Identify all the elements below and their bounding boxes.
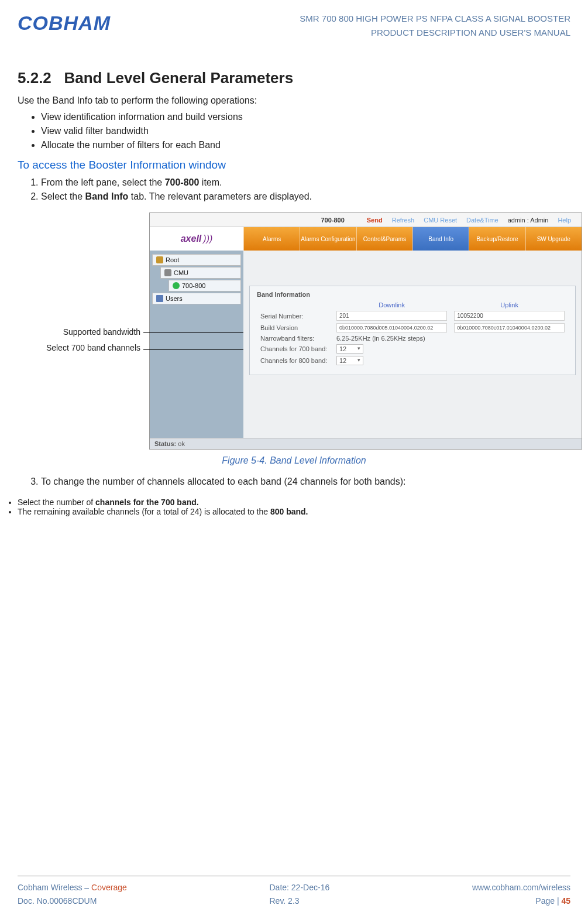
tree-users[interactable]: Users [152, 293, 241, 304]
status-bar: Status: ok [150, 438, 582, 449]
tree-700-800[interactable]: 700-800 [169, 280, 241, 292]
access-heading: To access the Booster Information window [18, 159, 570, 172]
tree-root[interactable]: Root [152, 254, 241, 266]
topbar: 700-800 Send Refresh CMU Reset Date&Time… [150, 213, 582, 227]
step-bold: Band Info [85, 191, 129, 201]
sub-bullet: The remaining available channels (for a … [18, 507, 570, 516]
status-label: Status: [154, 440, 176, 447]
post-steps: To change the number of channels allocat… [18, 476, 570, 487]
step-bold: 700-800 [165, 177, 200, 187]
build-uplink: 0b010000.7080c017.01040004.0200.02 [454, 323, 565, 332]
refresh-link[interactable]: Refresh [392, 217, 415, 224]
annotation-supported-bandwidth: Supported bandwidth [18, 327, 140, 337]
axell-logo: axell))) [150, 227, 243, 251]
annotation-select-700: Select 700 band channels [18, 342, 140, 353]
step-item: To change the number of channels allocat… [41, 476, 570, 487]
bullet-item: Allocate the number of filters for each … [41, 140, 570, 150]
tree-cmu[interactable]: CMU [160, 267, 241, 279]
step-item: Select the Band Info tab. The relevant p… [41, 191, 570, 202]
sub-bullet: Select the number of channels for the 70… [18, 498, 570, 507]
tab-backup-restore[interactable]: Backup/Restore [469, 227, 525, 251]
datetime-link[interactable]: Date&Time [466, 217, 498, 224]
tab-alarms-config[interactable]: Alarms Configuration [300, 227, 356, 251]
help-link[interactable]: Help [558, 217, 571, 224]
sub-bold: 800 band. [270, 507, 308, 516]
bullet-item: View identification information and buil… [41, 112, 570, 122]
doc-title-line1: SMR 700 800 HIGH POWER PS NFPA CLASS A S… [300, 12, 570, 26]
sub-bullets: Select the number of channels for the 70… [18, 498, 570, 516]
channels-700-select[interactable]: 12 [336, 344, 363, 354]
tab-sw-upgrade[interactable]: SW Upgrade [525, 227, 582, 251]
step-text: From the left pane, select the [41, 177, 165, 187]
intro-bullets: View identification information and buil… [18, 112, 570, 150]
folder-icon [156, 256, 163, 263]
row-ch800-label: Channels for 800 band: [257, 355, 333, 366]
sub-bold: channels for the 700 band. [95, 498, 199, 507]
row-build-label: Build Version [257, 322, 333, 334]
cobham-logo: COBHAM [18, 12, 111, 35]
send-link[interactable]: Send [367, 217, 383, 224]
figure-container: Supported bandwidth Select 700 band chan… [18, 212, 570, 450]
band-info-box: Band Information Downlink Uplink Serial … [249, 286, 576, 375]
annotation-leader-line [143, 332, 260, 333]
procedure-steps: From the left pane, select the 700-800 i… [18, 177, 570, 202]
content-area: Root CMU 700-800 Users Band Information [150, 251, 582, 438]
app-screenshot: 700-800 Send Refresh CMU Reset Date&Time… [149, 212, 582, 450]
doc-title-line2: PRODUCT DESCRIPTION AND USER'S MANUAL [300, 26, 570, 40]
tab-row: axell))) Alarms Alarms Configuration Con… [150, 227, 582, 251]
tab-alarms[interactable]: Alarms [243, 227, 300, 251]
figure-caption: Figure 5-4. Band Level Information [18, 455, 570, 466]
nb-value: 6.25-25KHz (in 6.25KHz steps) [333, 334, 568, 343]
step-item: From the left pane, select the 700-800 i… [41, 177, 570, 188]
step-text: tab. The relevant parameters are display… [128, 191, 312, 201]
page-header: COBHAM SMR 700 800 HIGH POWER PS NFPA CL… [18, 12, 570, 40]
section-number: 5.2.2 [18, 69, 51, 87]
admin-label: admin : Admin [508, 217, 549, 224]
intro-text: Use the Band Info tab to perform the fol… [18, 95, 570, 106]
bullet-item: View valid filter bandwidth [41, 126, 570, 136]
panel-title: Band Information [257, 291, 568, 298]
tab-control-params[interactable]: Control&Params [356, 227, 412, 251]
serial-downlink: 201 [336, 311, 447, 321]
step-text: Select the [41, 191, 85, 201]
cmu-reset-link[interactable]: CMU Reset [424, 217, 457, 224]
tree-label: Root [166, 256, 179, 263]
sub-text: The remaining available channels (for a … [18, 507, 270, 516]
step-text: item. [199, 177, 222, 187]
channels-800-select[interactable]: 12 [336, 356, 363, 365]
sidebar-tree: Root CMU 700-800 Users [150, 251, 243, 438]
row-ch700-label: Channels for 700 band: [257, 343, 333, 355]
status-dot-icon [173, 282, 180, 289]
status-value: ok [178, 440, 185, 447]
section-heading: 5.2.2 Band Level General Parameters [18, 69, 570, 87]
topbar-title: 700-800 [321, 217, 344, 224]
section-title-text: Band Level General Parameters [64, 69, 294, 87]
device-icon [164, 269, 171, 276]
users-icon [156, 295, 163, 302]
main-panel: Band Information Downlink Uplink Serial … [243, 251, 582, 438]
tree-label: Users [166, 295, 183, 302]
tab-band-info[interactable]: Band Info [412, 227, 469, 251]
tree-label: CMU [174, 269, 188, 276]
build-downlink: 0b010000.7080d005.01040004.0200.02 [336, 323, 447, 332]
col-uplink: Uplink [451, 300, 568, 310]
serial-uplink: 10052200 [454, 311, 565, 321]
row-serial-label: Serial Number: [257, 310, 333, 322]
document-title-block: SMR 700 800 HIGH POWER PS NFPA CLASS A S… [300, 12, 570, 40]
axell-text: axell [181, 234, 202, 244]
col-downlink: Downlink [333, 300, 451, 310]
band-info-table: Downlink Uplink Serial Number: 201 10052… [257, 300, 568, 366]
row-nb-label: Narrowband filters: [257, 334, 333, 343]
sub-text: Select the number of [18, 498, 95, 507]
tree-label: 700-800 [182, 282, 205, 289]
